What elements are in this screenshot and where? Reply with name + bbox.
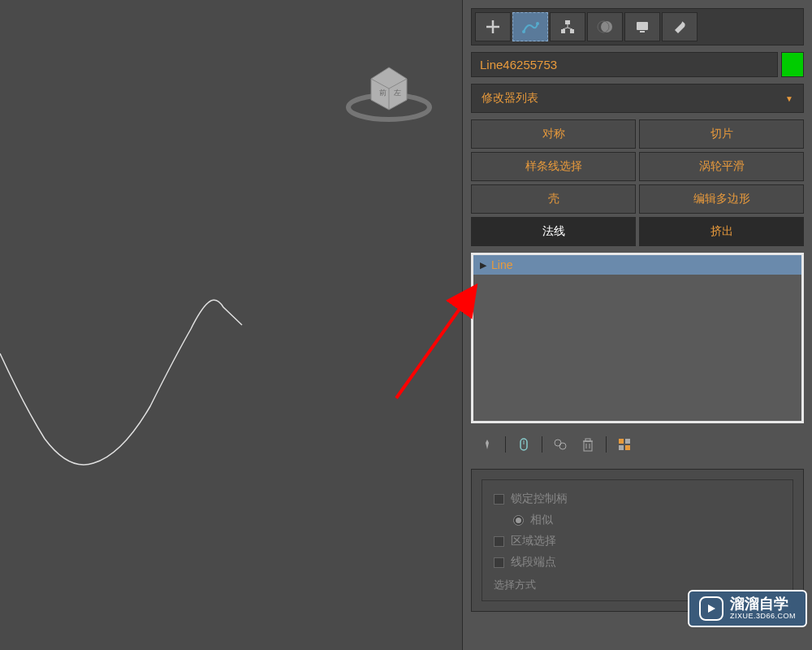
expand-icon[interactable]: ▶: [480, 260, 486, 271]
svg-rect-6: [565, 20, 570, 24]
svg-rect-24: [619, 445, 624, 450]
command-panel: 修改器列表 ▼ 对称 切片 样条线选择 涡轮平滑 壳 编辑多边形 法线 挤出 ▶…: [463, 0, 812, 650]
checkbox-icon[interactable]: [494, 494, 504, 505]
object-name-input[interactable]: [471, 52, 778, 77]
viewcube[interactable]: 前 左: [340, 49, 438, 130]
modifier-buttons: 对称 切片 样条线选择 涡轮平滑 壳 编辑多边形 法线 挤出: [471, 119, 804, 246]
modifier-spline-select[interactable]: 样条线选择: [471, 152, 636, 181]
modifier-shell[interactable]: 壳: [471, 184, 636, 214]
watermark: 溜溜自学 ZIXUE.3D66.COM: [688, 590, 807, 627]
param-segment-end[interactable]: 线段端点: [494, 552, 781, 573]
hierarchy-tab[interactable]: [550, 12, 585, 41]
modifier-slice[interactable]: 切片: [639, 119, 804, 149]
dropdown-label: 修改器列表: [482, 91, 538, 106]
stack-item-line[interactable]: ▶ Line: [473, 255, 801, 275]
svg-rect-12: [640, 31, 645, 32]
param-region-select[interactable]: 区域选择: [494, 531, 781, 552]
param-lock-handles[interactable]: 锁定控制柄: [494, 488, 781, 509]
chevron-down-icon: ▼: [785, 94, 793, 103]
svg-text:左: 左: [394, 89, 401, 97]
svg-rect-11: [637, 22, 648, 30]
pin-icon[interactable]: [477, 435, 497, 454]
motion-tab[interactable]: [587, 12, 623, 41]
modify-tab[interactable]: [512, 12, 548, 41]
svg-point-4: [522, 30, 525, 33]
display-tab[interactable]: [624, 12, 660, 41]
create-tab[interactable]: [475, 12, 511, 41]
panel-tabs: [471, 8, 804, 46]
checkbox-icon[interactable]: [494, 536, 504, 547]
play-icon: [699, 596, 723, 621]
svg-rect-17: [584, 441, 592, 451]
modifier-edit-poly[interactable]: 编辑多边形: [639, 184, 804, 214]
svg-rect-21: [585, 439, 590, 441]
watermark-subtitle: ZIXUE.3D66.COM: [730, 613, 796, 621]
modifier-list-dropdown[interactable]: 修改器列表 ▼: [471, 84, 804, 113]
svg-point-9: [601, 21, 612, 32]
svg-rect-7: [561, 29, 565, 33]
svg-rect-8: [570, 29, 574, 33]
modifier-extrude[interactable]: 挤出: [639, 217, 804, 246]
show-result-icon[interactable]: [514, 435, 533, 454]
object-color-swatch[interactable]: [781, 52, 804, 77]
svg-rect-25: [625, 445, 630, 450]
radio-icon[interactable]: [513, 515, 524, 526]
configure-icon[interactable]: [615, 435, 634, 454]
utilities-tab[interactable]: [662, 12, 698, 41]
svg-point-15: [555, 440, 561, 446]
svg-rect-22: [619, 439, 624, 444]
svg-rect-23: [625, 439, 630, 444]
stack-toolbar: [471, 430, 804, 459]
svg-point-16: [559, 443, 566, 449]
stack-item-label: Line: [491, 258, 512, 271]
unique-icon[interactable]: [551, 435, 570, 454]
svg-point-5: [536, 22, 539, 25]
watermark-title: 溜溜自学: [730, 596, 796, 613]
svg-text:前: 前: [379, 89, 387, 97]
modifier-stack[interactable]: ▶ Line: [471, 253, 804, 423]
viewport[interactable]: 前 左: [0, 0, 463, 650]
delete-icon[interactable]: [578, 435, 598, 454]
checkbox-icon[interactable]: [494, 557, 504, 568]
param-similar[interactable]: 相似: [494, 509, 781, 531]
modifier-symmetry[interactable]: 对称: [471, 119, 636, 149]
modifier-normal[interactable]: 法线: [471, 217, 636, 246]
modifier-turbosmooth[interactable]: 涡轮平滑: [639, 152, 804, 181]
